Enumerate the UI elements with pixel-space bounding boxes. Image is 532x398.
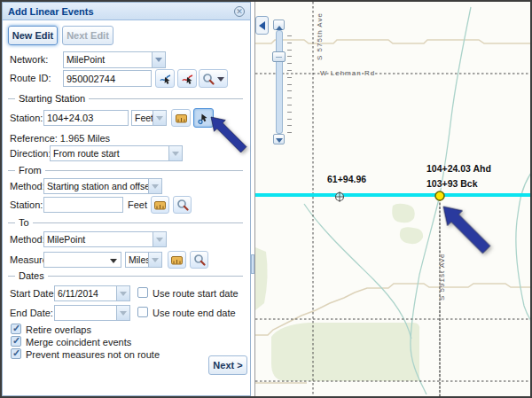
clear-route-selection-button[interactable]: [177, 69, 197, 88]
search-icon: [193, 254, 206, 266]
to-method-value: MilePoint: [44, 232, 153, 246]
station-reference-marker: [336, 191, 344, 202]
to-method-dropdown-icon[interactable]: [153, 232, 166, 246]
panel-header: Add Linear Events ✕: [3, 3, 250, 20]
reference-text: Reference: 1.965 Miles: [10, 133, 110, 144]
to-method-combo[interactable]: MilePoint: [43, 231, 167, 247]
to-legend: To: [15, 217, 33, 228]
start-date-label: Start Date:: [10, 288, 57, 299]
measure-icon: [153, 199, 167, 211]
merge-coincident-label: Merge coincident events: [26, 337, 131, 347]
map-canvas[interactable]: W Lehman Rd S 575th Ave S 591st Ave 61+9…: [254, 2, 530, 396]
retire-overlaps-checkbox[interactable]: [11, 324, 21, 334]
direction-dropdown-icon[interactable]: [168, 146, 182, 160]
end-date-value: [55, 306, 116, 320]
direction-label: Direction:: [10, 148, 51, 159]
measure-icon: [170, 254, 184, 266]
chevron-down-icon: [217, 77, 224, 85]
next-button[interactable]: Next >: [208, 355, 247, 375]
dates-separator: Dates: [8, 276, 243, 277]
retire-overlaps-label: Retire overlaps: [26, 324, 91, 335]
measure-units-dropdown-icon[interactable]: [148, 253, 161, 267]
dates-legend: Dates: [15, 270, 48, 281]
use-route-start-checkbox[interactable]: [137, 287, 148, 298]
station-units-dropdown-icon[interactable]: [153, 111, 166, 125]
direction-value: From route start: [51, 146, 168, 160]
from-station-label: Station:: [10, 199, 43, 210]
from-separator: From: [8, 170, 243, 171]
zoom-out-button[interactable]: [273, 134, 285, 144]
station-label: Station:: [10, 113, 43, 123]
collapse-panel-button[interactable]: [255, 16, 269, 35]
measure-icon: [175, 113, 188, 124]
app-window: Add Linear Events ✕ New Edit Next Edit N…: [0, 0, 532, 398]
station-label-ahead: 104+24.03 Ahd: [426, 163, 491, 174]
direction-combo[interactable]: From route start: [50, 145, 183, 161]
network-value: MilePoint: [64, 52, 152, 67]
search-icon: [176, 199, 189, 211]
clear-route-icon: [181, 72, 194, 85]
road-label-575th: S 575th Ave: [316, 12, 324, 60]
measure-dropdown-icon[interactable]: [110, 259, 117, 267]
map-markers: [255, 2, 530, 396]
from-method-combo[interactable]: Starting station and offset: [43, 178, 162, 194]
network-label: Network:: [10, 54, 48, 65]
use-route-end-label: Use route end date: [153, 308, 236, 318]
selected-station-marker: [435, 191, 444, 200]
close-icon[interactable]: ✕: [234, 6, 245, 17]
from-legend: From: [15, 165, 45, 176]
zoom-slider-handle[interactable]: [272, 51, 286, 62]
road-label-lehman: W Lehman Rd: [320, 69, 375, 77]
select-route-icon: [159, 72, 172, 85]
starting-station-legend: Starting Station: [15, 93, 89, 104]
measure-units-value: Miles: [126, 253, 148, 267]
new-edit-button[interactable]: New Edit: [8, 26, 58, 45]
search-icon: [202, 73, 215, 85]
zoom-slider-ticks: [287, 35, 293, 135]
start-date-dropdown-icon[interactable]: [116, 286, 129, 300]
from-search-button[interactable]: [173, 196, 192, 214]
from-station-units: Feet: [128, 199, 147, 210]
route-search-menu-button[interactable]: [199, 69, 228, 88]
end-date-dropdown-icon[interactable]: [116, 306, 129, 320]
measure-list-combo[interactable]: [43, 252, 121, 268]
end-date-label: End Date:: [10, 308, 53, 318]
route-id-label: Route ID:: [10, 73, 51, 83]
to-search-button[interactable]: [190, 251, 208, 269]
use-route-end-checkbox[interactable]: [137, 307, 148, 317]
station-label-mid: 61+94.96: [327, 174, 366, 184]
start-date-value: 6/11/2014: [55, 286, 116, 300]
network-dropdown-icon[interactable]: [152, 52, 165, 67]
merge-coincident-checkbox[interactable]: [11, 336, 21, 347]
next-edit-button[interactable]: Next Edit: [62, 26, 113, 45]
starting-station-separator: Starting Station: [8, 98, 243, 99]
station-measure-button[interactable]: [171, 109, 191, 127]
station-input[interactable]: [43, 110, 129, 126]
from-station-input[interactable]: [43, 197, 123, 213]
station-label-back: 103+93 Bck: [426, 178, 478, 189]
add-linear-events-panel: Add Linear Events ✕ New Edit Next Edit N…: [2, 2, 251, 396]
station-units-value: Feet: [132, 111, 153, 125]
measure-units-combo[interactable]: Miles: [125, 252, 162, 268]
end-date-combo[interactable]: [54, 305, 130, 321]
pick-station-icon: [197, 112, 210, 125]
prevent-measures-label: Prevent measures not on route: [26, 349, 160, 360]
from-measure-button[interactable]: [151, 196, 169, 214]
zoom-slider-track[interactable]: [276, 30, 283, 134]
panel-title: Add Linear Events: [8, 6, 234, 17]
to-method-label: Method:: [10, 234, 45, 245]
zoom-in-button[interactable]: [273, 20, 285, 30]
prevent-measures-checkbox[interactable]: [11, 348, 21, 359]
route-id-input[interactable]: [63, 70, 152, 87]
from-method-dropdown-icon[interactable]: [148, 179, 161, 193]
to-measure-button[interactable]: [168, 251, 186, 269]
station-units-combo[interactable]: Feet: [131, 110, 167, 126]
use-route-start-label: Use route start date: [153, 288, 239, 299]
from-method-value: Starting station and offset: [44, 179, 148, 193]
select-route-button[interactable]: [155, 69, 175, 88]
network-combo[interactable]: MilePoint: [63, 51, 166, 68]
pick-station-on-map-button[interactable]: [193, 108, 214, 128]
road-label-591st: S 591st Ave: [438, 253, 446, 300]
from-method-label: Method:: [10, 181, 45, 191]
start-date-combo[interactable]: 6/11/2014: [54, 285, 130, 301]
